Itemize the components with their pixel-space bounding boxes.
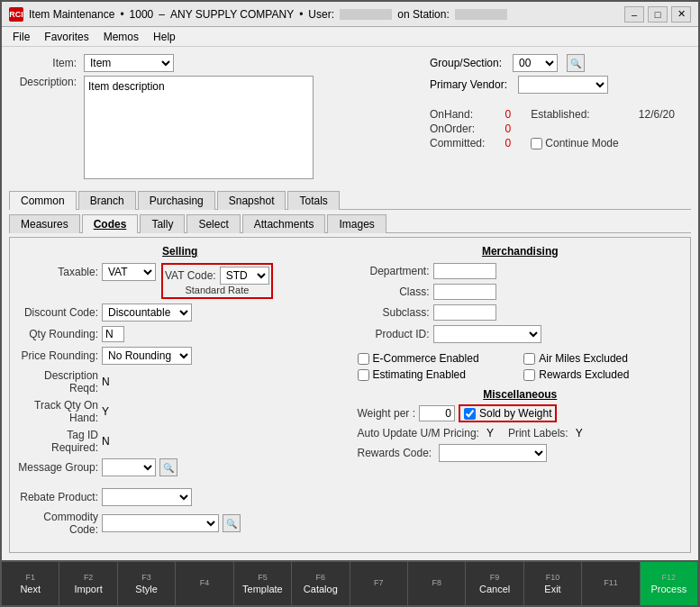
continue-mode-label: Continue Mode	[545, 137, 618, 149]
product-id-label: Product ID:	[358, 328, 430, 340]
f9-button[interactable]: F9 Cancel	[466, 562, 523, 605]
f4-key: F4	[200, 578, 210, 587]
separator2: –	[159, 8, 165, 21]
standard-rate-text: Standard Rate	[185, 285, 249, 295]
f8-key: F8	[432, 578, 441, 587]
f5-button[interactable]: F5 Template	[234, 562, 292, 605]
rewards-excluded-checkbox[interactable]	[523, 369, 535, 381]
tab2-attachments[interactable]: Attachments	[242, 214, 326, 233]
subclass-input[interactable]	[433, 304, 496, 321]
f12-button[interactable]: F12 Process	[641, 562, 698, 605]
tab-totals[interactable]: Totals	[287, 191, 339, 210]
rebate-product-label: Rebate Product:	[17, 491, 98, 503]
estimating-checkbox[interactable]	[358, 369, 369, 381]
sold-by-weight-checkbox[interactable]	[464, 408, 476, 420]
sold-by-weight-box: Sold by Weight	[459, 404, 558, 422]
f11-button[interactable]: F11	[582, 562, 640, 605]
f5-label: Template	[242, 584, 283, 594]
sold-by-weight-label: Sold by Weight	[479, 407, 552, 420]
message-group-select[interactable]	[102, 458, 156, 476]
tab2-measures[interactable]: Measures	[9, 214, 80, 233]
product-id-select[interactable]	[433, 325, 541, 343]
f5-key: F5	[258, 573, 268, 582]
discount-code-select[interactable]: Discountable	[102, 304, 192, 322]
onhand-label: OnHand:	[430, 108, 501, 121]
item-select[interactable]: Item	[84, 54, 174, 72]
f1-button[interactable]: F1 Next	[2, 562, 59, 605]
air-miles-checkbox[interactable]	[523, 353, 535, 365]
tab-purchasing[interactable]: Purchasing	[138, 191, 215, 210]
rewards-code-select[interactable]	[439, 444, 547, 462]
f3-button[interactable]: F3 Style	[118, 562, 176, 605]
f8-button[interactable]: F8	[408, 562, 466, 605]
f6-label: Catalog	[304, 584, 338, 594]
weight-per-label: Weight per :	[358, 407, 415, 420]
class-row: Class:	[358, 284, 684, 300]
tab-snapshot[interactable]: Snapshot	[217, 191, 286, 210]
onorder-value: 0	[505, 122, 527, 135]
committed-label: Committed:	[430, 137, 501, 149]
onhand-value: 0	[505, 108, 527, 121]
menu-memos[interactable]: Memos	[96, 29, 146, 45]
subclass-label: Subclass:	[358, 306, 430, 319]
product-id-row: Product ID:	[358, 325, 684, 343]
station-value	[455, 9, 507, 20]
weight-per-input[interactable]	[419, 405, 455, 421]
message-group-lookup-button[interactable]: 🔍	[159, 458, 177, 476]
f12-label: Process	[650, 584, 686, 594]
menu-help[interactable]: Help	[146, 29, 183, 45]
f4-button[interactable]: F4	[176, 562, 233, 605]
taxable-label: Taxable:	[17, 266, 98, 278]
commodity-code-select[interactable]	[102, 514, 219, 532]
tab-branch[interactable]: Branch	[78, 191, 136, 210]
user-label: User:	[308, 8, 334, 21]
continue-mode-checkbox[interactable]	[531, 138, 542, 149]
qty-rounding-input[interactable]	[102, 326, 124, 342]
tab2-images[interactable]: Images	[327, 214, 386, 233]
group-lookup-button[interactable]: 🔍	[567, 54, 585, 72]
f9-label: Cancel	[479, 584, 510, 594]
price-rounding-select[interactable]: No Rounding	[102, 347, 192, 365]
ecommerce-checkbox[interactable]	[358, 353, 369, 365]
close-button[interactable]: ✕	[671, 6, 691, 23]
price-rounding-label: Price Rounding:	[17, 349, 98, 362]
tab-content: Selling Taxable: VAT VAT Code:	[9, 237, 691, 553]
f6-button[interactable]: F6 Catalog	[292, 562, 350, 605]
f2-button[interactable]: F2 Import	[59, 562, 117, 605]
department-input[interactable]	[433, 263, 496, 279]
f10-button[interactable]: F10 Exit	[524, 562, 582, 605]
tab2-tally[interactable]: Tally	[140, 214, 185, 233]
item-label: Item:	[9, 57, 77, 69]
rebate-product-select[interactable]	[102, 488, 192, 506]
committed-value: 0	[505, 137, 527, 149]
commodity-code-lookup-button[interactable]: 🔍	[223, 514, 241, 532]
established-label: Established:	[531, 108, 635, 121]
established-value: 12/6/20	[639, 108, 691, 121]
menu-favorites[interactable]: Favorites	[37, 29, 95, 45]
desc-reqd-value: N	[102, 376, 110, 388]
minimize-button[interactable]: –	[624, 6, 644, 23]
description-field[interactable]: Item description	[84, 76, 314, 179]
f11-key: F11	[604, 578, 618, 587]
taxable-field: Taxable: VAT	[17, 263, 156, 281]
tab2-select[interactable]: Select	[186, 214, 240, 233]
right-top: Group/Section: 00 🔍 Primary Vendor: OnHa…	[430, 54, 691, 183]
rewards-excluded-text: Rewards Excluded	[539, 368, 629, 381]
separator3: •	[299, 8, 303, 21]
vat-code-select[interactable]: STD	[220, 267, 269, 285]
tab-common[interactable]: Common	[9, 191, 77, 210]
f3-label: Style	[135, 584, 157, 594]
maximize-button[interactable]: □	[648, 6, 668, 23]
menu-file[interactable]: File	[5, 29, 37, 45]
weight-per-row: Weight per : Sold by Weight	[358, 404, 684, 422]
primary-vendor-select[interactable]	[518, 76, 608, 94]
desc-reqd-label: Description Reqd:	[17, 369, 98, 394]
titlebar: RCI Item Maintenance • 1000 – ANY SUPPLY…	[2, 2, 698, 27]
taxable-select[interactable]: VAT	[102, 263, 156, 281]
class-input[interactable]	[433, 284, 496, 300]
group-select[interactable]: 00	[513, 54, 558, 72]
tab2-codes[interactable]: Codes	[82, 214, 139, 233]
group-section-row: Group/Section: 00 🔍	[430, 54, 691, 72]
f7-button[interactable]: F7	[350, 562, 408, 605]
rewards-code-row: Rewards Code:	[358, 444, 684, 462]
